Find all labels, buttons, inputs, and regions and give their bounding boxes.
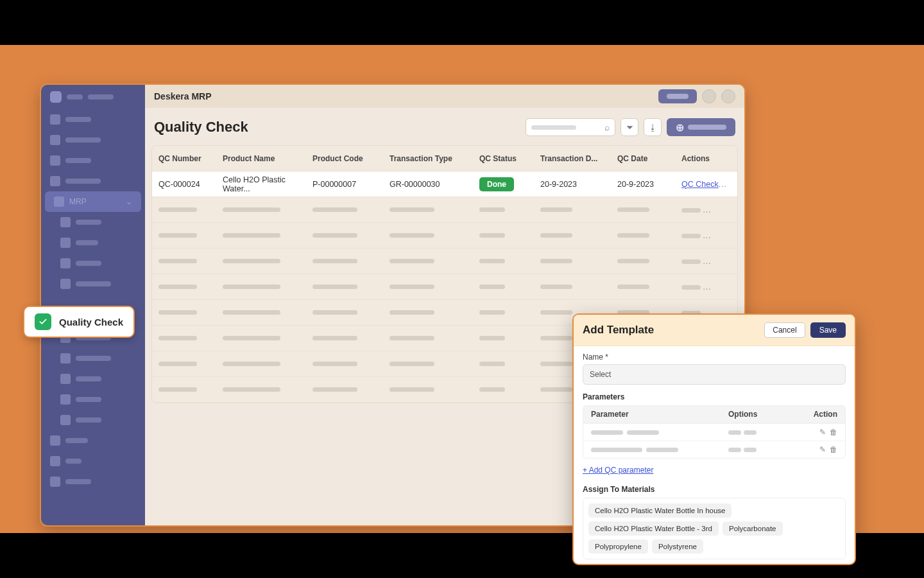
material-chip[interactable]: Polypropylene (588, 539, 648, 554)
save-button[interactable]: Save (810, 322, 846, 338)
placeholder-bar (667, 94, 689, 99)
nav-icon (60, 415, 71, 425)
table-row-placeholder: ... (152, 223, 737, 249)
sidebar-item[interactable] (41, 430, 145, 451)
nav-icon (50, 135, 60, 145)
table-row[interactable]: QC-000024 Cello H2O Plastic Water... P-0… (152, 171, 737, 197)
material-chip[interactable]: Polystyrene (652, 539, 703, 554)
name-select[interactable]: Select (583, 364, 846, 385)
th-actions: Actions (681, 154, 738, 163)
sidebar-subitem[interactable] (41, 410, 145, 430)
sidebar-item[interactable] (41, 150, 145, 171)
app-logo-row (41, 85, 145, 109)
material-chip[interactable]: Polycarbonate (723, 521, 783, 536)
sidebar-subitem[interactable] (41, 232, 145, 253)
placeholder-bar (76, 281, 111, 286)
filter-icon: ⏷ (626, 123, 634, 132)
parameters-heading: Parameters (583, 392, 846, 401)
placeholder-bar (76, 397, 101, 402)
page-header: Quality Check ⌕ ⏷ ⭳ ⊕ (145, 108, 744, 141)
search-input[interactable]: ⌕ (526, 118, 615, 136)
cell-actions: QC Check... (681, 180, 738, 189)
edit-icon[interactable]: ✎ (819, 445, 826, 454)
th-transaction-type: Transaction Type (389, 154, 479, 163)
param-header: Parameter Options Action (583, 406, 845, 423)
modal-header: Add Template Cancel Save (574, 315, 855, 346)
sidebar-item[interactable] (41, 109, 145, 130)
sidebar-subitem[interactable] (41, 253, 145, 274)
search-icon: ⌕ (604, 122, 610, 132)
plus-icon: ⊕ (676, 121, 684, 134)
placeholder-bar (88, 94, 114, 100)
qc-check-link[interactable]: QC Check (681, 180, 719, 189)
cell-qc-number: QC-000024 (158, 180, 223, 189)
topbar: Deskera MRP (145, 85, 744, 108)
name-label: Name * (583, 353, 846, 362)
download-button[interactable]: ⭳ (644, 118, 662, 136)
placeholder-bar (65, 179, 101, 184)
filter-button[interactable]: ⏷ (620, 118, 638, 136)
ph-action: Action (792, 410, 837, 419)
materials-chips: Cello H2O Plastic Water Bottle In house … (583, 498, 846, 559)
modal-title: Add Template (583, 324, 654, 337)
sidebar-subitem[interactable] (41, 348, 145, 369)
placeholder-bar (65, 117, 91, 122)
delete-icon[interactable]: 🗑 (830, 428, 837, 437)
param-row: ✎🗑 (583, 441, 845, 458)
nav-icon (60, 374, 71, 384)
placeholder-bar (67, 94, 83, 100)
nav-icon (60, 258, 71, 268)
placeholder-bar (531, 125, 576, 130)
sidebar-subitem[interactable] (41, 212, 145, 232)
placeholder-bar (76, 220, 101, 225)
table-row-placeholder: ... (152, 249, 737, 274)
chevron-down-icon: ⌄ (126, 197, 132, 206)
th-product-name: Product Name (223, 154, 312, 163)
sidebar-subitem[interactable] (41, 389, 145, 410)
cell-qc-status: Done (479, 177, 514, 191)
avatar[interactable] (721, 89, 735, 103)
add-qc-parameter-link[interactable]: + Add QC parameter (583, 466, 653, 475)
download-icon: ⭳ (649, 123, 657, 132)
material-chip[interactable]: Cello H2O Plastic Water Bottle - 3rd (588, 521, 719, 536)
sidebar: MRP ⌄ (41, 85, 145, 525)
cell-product-name: Cello H2O Plastic Water... (223, 175, 312, 193)
sidebar-item[interactable] (41, 171, 145, 191)
placeholder-bar (76, 376, 101, 381)
nav-icon (50, 435, 60, 446)
edit-icon[interactable]: ✎ (819, 428, 826, 437)
nav-icon (50, 155, 60, 166)
topbar-actions (658, 89, 735, 103)
material-chip[interactable]: Cello H2O Plastic Water Bottle In house (588, 504, 732, 518)
nav-icon (60, 217, 71, 227)
placeholder-bar (65, 479, 91, 484)
nav-icon (50, 114, 60, 125)
placeholder-bar (688, 125, 726, 130)
ph-parameter: Parameter (591, 410, 728, 419)
ph-options: Options (728, 410, 792, 419)
sidebar-item[interactable] (41, 451, 145, 471)
modal-body: Name * Select Parameters Parameter Optio… (574, 346, 855, 564)
topbar-primary-button[interactable] (658, 89, 697, 103)
sidebar-item[interactable] (41, 471, 145, 492)
sidebar-subitem[interactable] (41, 369, 145, 389)
cancel-button[interactable]: Cancel (764, 322, 805, 338)
sidebar-subitem[interactable] (41, 274, 145, 294)
placeholder-bar (65, 137, 101, 143)
page-actions: ⌕ ⏷ ⭳ ⊕ (526, 118, 735, 136)
delete-icon[interactable]: 🗑 (830, 445, 837, 454)
sidebar-item[interactable] (41, 130, 145, 150)
cell-product-code: P-00000007 (312, 180, 389, 189)
add-button[interactable]: ⊕ (667, 118, 735, 136)
bell-icon[interactable] (702, 89, 716, 103)
sidebar-mrp-label: MRP (69, 197, 87, 206)
ellipsis: ... (719, 180, 727, 189)
add-template-modal: Add Template Cancel Save Name * Select P… (572, 313, 856, 565)
th-qc-number: QC Number (158, 154, 223, 163)
placeholder-bar (76, 261, 101, 266)
check-icon (35, 313, 51, 330)
page-title: Quality Check (154, 119, 248, 136)
table-row-placeholder: ... (152, 197, 737, 223)
th-product-code: Product Code (312, 154, 389, 163)
sidebar-item-mrp[interactable]: MRP ⌄ (45, 191, 141, 212)
